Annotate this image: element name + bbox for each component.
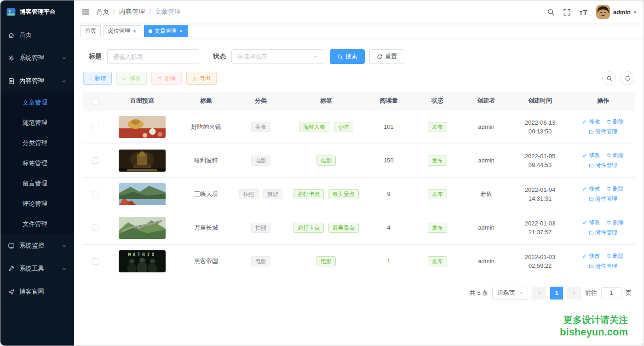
row-edit-link[interactable]: 修改 <box>582 150 600 160</box>
search-icon <box>606 75 612 81</box>
trash-icon <box>606 153 611 158</box>
row-edit-link[interactable]: 修改 <box>582 184 600 194</box>
row-delete-link[interactable]: 删除 <box>606 150 624 160</box>
article-title: 万里长城 <box>177 211 235 244</box>
tab-label: 首页 <box>85 27 96 35</box>
edit-button[interactable]: 修改 <box>116 72 147 85</box>
content-submenu: 文章管理 随笔管理 分类管理 标签管理 留言管理 评论管理 文件管理 <box>0 92 74 234</box>
select-all-checkbox[interactable] <box>92 98 98 104</box>
sidebar-item-blog-site[interactable]: 博客官网 <box>0 280 74 303</box>
folder-icon <box>589 264 594 269</box>
delete-button[interactable]: 删除 <box>151 72 182 85</box>
page-number[interactable]: 1 <box>550 287 563 300</box>
tab-post-mgmt[interactable]: 岗位管理 × <box>104 25 141 37</box>
watermark-line2: bisheyun.com <box>560 326 628 339</box>
reset-button[interactable]: 重置 <box>369 49 404 64</box>
col-created: 创建时间 <box>509 92 571 110</box>
row-attachment-link[interactable]: 附件管理 <box>589 261 617 271</box>
created-time: 09:44:53 <box>511 161 569 169</box>
close-icon[interactable]: × <box>132 29 137 34</box>
row-checkbox[interactable] <box>92 191 98 197</box>
row-delete-link[interactable]: 删除 <box>606 117 624 127</box>
article-tag: 小吃 <box>334 122 353 132</box>
edit-icon <box>582 220 587 225</box>
search-icon[interactable] <box>547 8 555 16</box>
row-edit-link[interactable]: 修改 <box>582 251 600 261</box>
search-button[interactable]: 搜索 <box>330 49 365 64</box>
svg-text:MATRIX: MATRIX <box>128 252 156 257</box>
status-badge: 发布 <box>428 122 447 132</box>
view-count: 4 <box>366 211 412 244</box>
sidebar-item-system[interactable]: 系统管理 <box>0 46 74 69</box>
sidebar-item-content[interactable]: 内容管理 <box>0 69 74 92</box>
submenu-item-label: 随笔管理 <box>23 119 47 127</box>
reset-button-label: 重置 <box>385 52 397 61</box>
app-logo[interactable]: 博客管理平台 <box>0 0 74 23</box>
breadcrumb-content[interactable]: 内容管理 <box>119 8 145 16</box>
row-delete-link[interactable]: 删除 <box>606 251 624 261</box>
page-size-select[interactable]: 10条/页 <box>492 287 528 300</box>
caret-down-icon: ▾ <box>634 10 636 15</box>
font-size-icon[interactable]: тT <box>579 8 588 16</box>
sidebar-item-tag-mgmt[interactable]: 标签管理 <box>0 153 74 173</box>
submenu-item-label: 文章管理 <box>23 98 47 107</box>
app-window: 博客管理平台 首页 系统管理 内容管理 文章管理 随笔管理 分类管理 标签管理 <box>0 0 644 346</box>
article-title: 好吃的火锅 <box>177 110 235 144</box>
row-attachment-link[interactable]: 附件管理 <box>589 161 617 170</box>
sidebar-item-essay-mgmt[interactable]: 随笔管理 <box>0 113 74 133</box>
add-button[interactable]: + 新增 <box>83 72 112 85</box>
close-icon[interactable]: × <box>179 29 183 34</box>
row-checkbox[interactable] <box>92 225 98 231</box>
row-attachment-link[interactable]: 附件管理 <box>589 228 617 237</box>
col-preview: 首图预览 <box>107 92 177 110</box>
creator: admin <box>463 110 509 144</box>
sidebar-item-home[interactable]: 首页 <box>0 23 74 46</box>
sidebar-item-tools[interactable]: 系统工具 <box>0 257 74 280</box>
toggle-search-button[interactable] <box>602 71 616 85</box>
status-filter-select[interactable]: 请选择状态 <box>231 49 323 64</box>
search-icon <box>337 54 343 60</box>
monitor-icon <box>8 242 15 249</box>
row-delete-link[interactable]: 删除 <box>606 218 624 227</box>
col-category: 分类 <box>235 92 287 110</box>
fullscreen-icon[interactable] <box>563 8 571 16</box>
gear-icon <box>8 55 15 62</box>
sidebar-item-monitor[interactable]: 系统监控 <box>0 234 74 257</box>
row-checkbox[interactable] <box>92 258 98 265</box>
row-delete-link[interactable]: 删除 <box>606 184 624 194</box>
status-badge: 发布 <box>428 223 447 233</box>
row-attachment-link[interactable]: 附件管理 <box>589 127 617 137</box>
row-edit-link[interactable]: 修改 <box>582 218 600 227</box>
edit-button-label: 修改 <box>130 75 141 82</box>
download-icon <box>192 76 197 81</box>
tab-home[interactable]: 首页 <box>80 25 101 37</box>
chevron-up-icon <box>62 79 67 84</box>
sidebar-item-article-mgmt[interactable]: 文章管理 <box>0 92 74 113</box>
row-checkbox[interactable] <box>92 124 98 130</box>
chevron-down-icon <box>62 243 67 248</box>
col-actions: 操作 <box>571 92 635 110</box>
chevron-left-icon <box>537 290 542 295</box>
tab-article-mgmt[interactable]: 文章管理 × <box>144 25 188 37</box>
row-checkbox[interactable] <box>92 157 98 164</box>
user-dropdown[interactable]: admin ▾ <box>596 5 636 19</box>
sidebar-item-message-mgmt[interactable]: 留言管理 <box>0 173 74 194</box>
folder-icon <box>589 230 594 235</box>
breadcrumb-home[interactable]: 首页 <box>96 8 109 16</box>
row-edit-link[interactable]: 修改 <box>582 117 600 127</box>
plus-icon: + <box>89 75 92 81</box>
title-filter-input[interactable] <box>107 49 199 64</box>
hamburger-icon[interactable] <box>81 8 90 16</box>
prev-page-button[interactable] <box>532 287 546 300</box>
goto-page-input[interactable] <box>601 287 621 299</box>
next-page-button[interactable] <box>567 287 581 300</box>
created-time: 09:13:50 <box>511 127 569 136</box>
refresh-table-button[interactable] <box>621 71 634 85</box>
article-tag: 最美景点 <box>328 223 359 233</box>
sidebar-item-file-mgmt[interactable]: 文件管理 <box>0 214 74 234</box>
sidebar-item-comment-mgmt[interactable]: 评论管理 <box>0 194 74 214</box>
row-attachment-link[interactable]: 附件管理 <box>589 194 617 204</box>
sidebar-item-category-mgmt[interactable]: 分类管理 <box>0 133 74 153</box>
toolbar-right <box>602 71 634 85</box>
export-button[interactable]: 导出 <box>186 72 217 85</box>
